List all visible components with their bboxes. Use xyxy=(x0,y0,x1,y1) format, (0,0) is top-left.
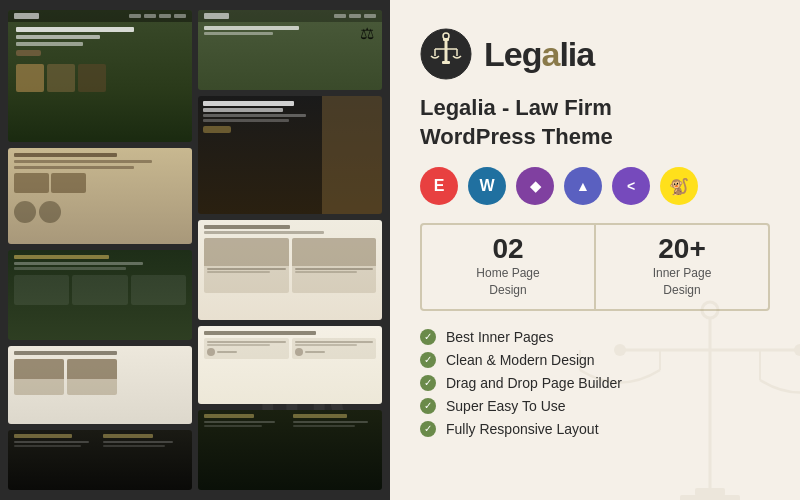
preview-block-r3 xyxy=(198,220,382,320)
theme-title: Legalia - Law Firm WordPress Theme xyxy=(420,94,770,151)
preview-col-right: ⚖ xyxy=(198,10,382,490)
elementor-icon: E xyxy=(420,167,458,205)
preview-block-1 xyxy=(8,10,192,142)
sass-icon: ◆ xyxy=(516,167,554,205)
preview-block-r5 xyxy=(198,410,382,490)
product-info-panel: Legalia Legalia - Law Firm WordPress The… xyxy=(390,0,800,500)
preview-columns: ⚖ xyxy=(0,0,390,500)
mini-logo xyxy=(14,13,39,19)
mini-logo-2 xyxy=(204,13,229,19)
mini-nav-2 xyxy=(334,14,376,18)
preview-block-4 xyxy=(8,346,192,424)
svg-rect-13 xyxy=(445,41,448,61)
preview-block-r4 xyxy=(198,326,382,404)
bootstrap-icon: ▲ xyxy=(564,167,602,205)
check-icon-5: ✓ xyxy=(420,421,436,437)
svg-point-3 xyxy=(614,344,626,356)
svg-rect-10 xyxy=(680,495,740,500)
mailchimp-icon: 🐒 xyxy=(660,167,698,205)
preview-block-r1: ⚖ xyxy=(198,10,382,90)
preview-block-3 xyxy=(8,250,192,340)
mini-nav xyxy=(129,14,186,18)
preview-col-left xyxy=(8,10,192,490)
preview-block-5 xyxy=(8,430,192,490)
check-icon-1: ✓ xyxy=(420,329,436,345)
preview-panel: the xyxy=(0,0,390,500)
wordpress-icon: W xyxy=(468,167,506,205)
scales-background-icon xyxy=(510,210,800,500)
tech-icons-row: E W ◆ ▲ < 🐒 xyxy=(420,167,770,205)
check-icon-3: ✓ xyxy=(420,375,436,391)
check-icon-4: ✓ xyxy=(420,398,436,414)
preview-block-r2 xyxy=(198,96,382,214)
check-icon-2: ✓ xyxy=(420,352,436,368)
logo-icon xyxy=(420,28,472,80)
logo-area: Legalia xyxy=(420,28,770,80)
svg-point-4 xyxy=(794,344,800,356)
svg-rect-14 xyxy=(442,61,450,64)
svg-rect-9 xyxy=(695,488,725,496)
logo-text: Legalia xyxy=(484,35,594,74)
preview-block-2 xyxy=(8,148,192,244)
svg-point-0 xyxy=(702,302,718,318)
redux-icon: < xyxy=(612,167,650,205)
